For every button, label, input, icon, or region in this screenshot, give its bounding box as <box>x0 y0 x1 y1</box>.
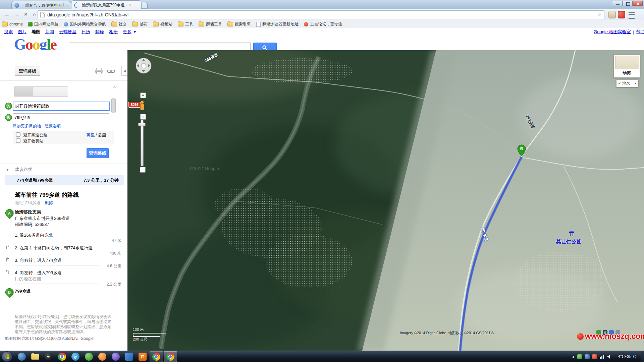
tab2-close-icon[interactable]: × <box>129 3 131 7</box>
gbar-link-translate[interactable]: 翻译 <box>95 29 104 35</box>
print-icon[interactable] <box>95 68 103 74</box>
zoom-slider-track[interactable] <box>141 120 144 166</box>
minimize-button[interactable] <box>613 1 623 6</box>
mode-driving-button[interactable] <box>14 86 33 97</box>
url-bar[interactable]: ditu.google.cn/maps?hl=zh-CN&tab=wl ☆ <box>38 10 604 19</box>
reset-view-button[interactable] <box>140 93 146 98</box>
route-option-selected[interactable]: 774乡道和799乡道 7.3 公里，17 分钟 <box>5 175 124 185</box>
taskbar-explorer-icon[interactable] <box>29 352 42 362</box>
taskbar-chrome-window-icon[interactable] <box>150 351 163 362</box>
end-marker-b-icon[interactable]: B <box>4 287 15 298</box>
bookmark-tools[interactable]: 工具 <box>178 21 193 27</box>
step-2[interactable]: 2. 在第 1 个路口向右转，朝774乡道行进 <box>15 245 93 251</box>
avoid-highways-checkbox[interactable] <box>16 132 20 137</box>
zoom-out-button[interactable]: − <box>140 167 146 173</box>
mode-walking-button[interactable] <box>50 86 68 97</box>
gbar-link-photos[interactable]: 相册 <box>109 29 118 35</box>
bookmark-chrome[interactable]: chrome <box>2 22 23 26</box>
labels-toggle[interactable]: ✓ 地名 ▼ <box>616 80 638 87</box>
gbar-link-drive[interactable]: 云端硬盘 <box>59 29 76 35</box>
origin-input[interactable] <box>13 102 110 111</box>
mode-transit-button[interactable] <box>32 86 50 97</box>
start-button[interactable] <box>2 351 12 362</box>
step-3[interactable]: 3. 向右转，进入774乡道 <box>15 257 62 263</box>
stop-button[interactable]: ✕ <box>21 10 30 19</box>
taskbar-bat-app-icon[interactable]: ⌁ <box>42 352 55 362</box>
add-destination-link[interactable]: 添加更多目的地 <box>13 124 41 128</box>
browser-menu-icon[interactable] <box>629 12 635 19</box>
gbar-link-images[interactable]: 图片 <box>18 29 26 35</box>
bookmark-video[interactable]: 视频站 <box>153 21 172 27</box>
bookmark-mail[interactable]: 邮箱 <box>132 21 148 27</box>
taskbar-chrome-icon[interactable] <box>56 352 68 362</box>
tray-red-icon[interactable] <box>592 354 597 359</box>
forward-button[interactable]: → <box>12 10 21 19</box>
map-canvas[interactable]: B 266省道 792乡道 799乡道 © 2014 Google S266 莫… <box>127 50 644 351</box>
tray-green-icon[interactable] <box>577 354 582 359</box>
step-1[interactable]: 1. 沿266省道向东北 <box>15 232 53 238</box>
bookmark-search-engines[interactable]: 搜索引擎 <box>227 21 251 27</box>
destination-input[interactable] <box>13 113 109 122</box>
link-icon[interactable] <box>107 68 115 74</box>
close-directions-icon[interactable]: × <box>113 84 116 89</box>
tab-2-active[interactable]: 渔涝邮政支局至799乡道 - × <box>71 0 142 9</box>
avoid-tolls-checkbox[interactable] <box>16 138 20 143</box>
gbar-link-help[interactable]: 帮助 <box>636 29 644 35</box>
taskbar-chrome-active-icon[interactable] <box>164 351 177 362</box>
turn-right-icon: ↱ <box>5 256 10 263</box>
bookmark-aggregator[interactable]: 国内外网站聚合导航 <box>64 21 106 27</box>
miles-link[interactable]: 英里 <box>87 133 95 137</box>
taskbar-purple-app-icon[interactable] <box>109 352 122 362</box>
extension-icon-1[interactable] <box>608 11 616 18</box>
volume-icon[interactable] <box>607 354 612 359</box>
more-dropdown-arrow-icon[interactable]: ▼ <box>133 30 137 34</box>
taskbar-green-browser-icon[interactable] <box>83 352 95 362</box>
tray-blue-icon[interactable] <box>585 354 590 359</box>
taskbar-orange-app-icon[interactable] <box>96 352 109 362</box>
close-window-button[interactable] <box>633 1 643 6</box>
bookmark-browser-update[interactable]: 翻墙浏览器更新地址 <box>256 21 299 27</box>
bookmark-star-icon[interactable]: ☆ <box>597 12 601 17</box>
pan-control[interactable] <box>135 57 152 75</box>
gbar-link-calendar[interactable]: 日历 <box>82 29 90 35</box>
show-desktop-button[interactable] <box>641 351 644 362</box>
step-4[interactable]: 4. 向左转，进入799乡道 <box>15 270 62 276</box>
cemetery-icon[interactable] <box>569 231 574 237</box>
bookmark-11-forum[interactable]: 11点论坛，更专注... <box>304 21 345 27</box>
zoom-in-button[interactable]: + <box>140 114 146 120</box>
pegman-streetview-icon[interactable] <box>140 101 144 111</box>
bookmark-vpn-tools[interactable]: 翻墙工具 <box>199 21 222 27</box>
taskbar-internet-explorer-icon[interactable]: e <box>69 352 82 362</box>
start-marker-a-icon[interactable]: A <box>4 207 15 219</box>
suggested-routes-header[interactable]: ▼ 建议路线 <box>6 167 33 173</box>
bookmark-nav-2345[interactable]: 国内网址导航 <box>28 21 58 27</box>
gbar-link-maps[interactable]: 地图 <box>32 29 40 35</box>
taskbar-blue-window-icon[interactable] <box>123 352 136 362</box>
tab-1[interactable]: 三维聚合，最便捷的国内... × <box>11 1 71 9</box>
zoom-slider-handle[interactable] <box>138 123 146 126</box>
back-button[interactable]: ← <box>3 10 11 19</box>
gbar-link-search[interactable]: 搜索 <box>4 29 13 35</box>
gbar-link-labs[interactable]: Google 地图实验室 <box>594 29 631 35</box>
extension-icon-2[interactable] <box>618 11 625 18</box>
waypoint-drag-handle[interactable] <box>111 98 116 113</box>
delete-via-link[interactable]: 删除 <box>45 200 53 205</box>
get-directions-tab[interactable]: 查询路线 <box>15 66 40 76</box>
gbar-link-more[interactable]: 更多 <box>123 29 131 35</box>
taskbar-it-app-icon[interactable]: IT <box>136 352 149 362</box>
show-hidden-icons-button[interactable]: ▲ <box>572 355 575 358</box>
maptype-button[interactable]: 地图 <box>614 54 640 78</box>
gbar-link-news[interactable]: 新闻 <box>45 29 54 35</box>
tab1-close-icon[interactable]: × <box>66 3 68 7</box>
maximize-button[interactable] <box>623 1 633 6</box>
step-4-note: 目的地在右侧 <box>15 276 41 282</box>
network-icon[interactable] <box>599 354 605 359</box>
avoid-highways-option[interactable]: 避开高速公路 <box>16 132 47 138</box>
bookmark-social[interactable]: 社交 <box>111 21 127 27</box>
avoid-tolls-option[interactable]: 避开收费站 <box>16 138 43 144</box>
collapse-panel-button[interactable]: ◀ <box>121 66 127 76</box>
folder-icon <box>153 22 159 26</box>
taskbar-media-player-icon[interactable] <box>15 352 28 362</box>
hide-options-link[interactable]: 隐藏选项 <box>45 124 61 128</box>
get-directions-button[interactable]: 查询路线 <box>87 148 109 158</box>
